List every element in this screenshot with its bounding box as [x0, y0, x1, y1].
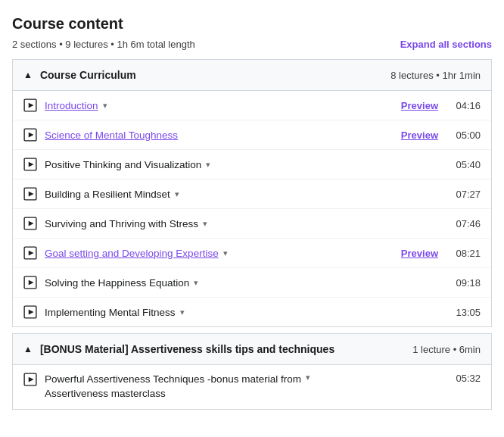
svg-marker-17 — [29, 377, 34, 382]
chevron-icon: ▲ — [23, 70, 33, 80]
svg-marker-13 — [29, 280, 34, 286]
video-icon — [23, 128, 37, 142]
summary-bar: 2 sections • 9 lectures • 1h 6m total le… — [12, 39, 492, 50]
lecture-title[interactable]: Goal setting and Developing Expertise — [45, 248, 219, 259]
lecture-duration: 07:27 — [453, 189, 481, 200]
lecture-title: Positive Thinking and Visualization — [45, 159, 201, 170]
lecture-duration: 05:40 — [453, 159, 481, 170]
lecture-title[interactable]: Introduction — [45, 100, 98, 111]
section-curriculum: ▲ Course Curriculum 8 lectures • 1hr 1mi… — [12, 59, 492, 327]
dropdown-arrow-icon[interactable]: ▾ — [206, 160, 210, 170]
lecture-title: Powerful Assertiveness Techniques -bonus… — [45, 373, 301, 401]
lecture-row: Surviving and Thriving with Stress ▾ 07:… — [13, 209, 491, 239]
svg-marker-3 — [29, 133, 34, 138]
lecture-duration: 09:18 — [453, 277, 481, 289]
lecture-right: 05:32 — [453, 373, 481, 384]
lecture-title[interactable]: Science of Mental Toughness — [45, 130, 178, 141]
video-icon — [23, 246, 37, 260]
svg-marker-11 — [29, 251, 34, 256]
lecture-duration: 13:05 — [453, 307, 481, 318]
section-title: Course Curriculum — [40, 69, 136, 81]
section-title: [BONUS Material] Assertiveness skills ti… — [40, 343, 334, 355]
svg-marker-7 — [29, 192, 34, 197]
section-header-bonus[interactable]: ▲ [BONUS Material] Assertiveness skills … — [13, 334, 491, 365]
lecture-title-area: Solving the Happiness Equation ▾ — [45, 277, 446, 289]
lecture-row: Solving the Happiness Equation ▾ 09:18 — [13, 268, 491, 298]
lecture-list-bonus: Powerful Assertiveness Techniques -bonus… — [13, 365, 491, 409]
lecture-list-curriculum: Introduction ▾ Preview 04:16 Science of … — [13, 91, 491, 326]
sections-container: ▲ Course Curriculum 8 lectures • 1hr 1mi… — [12, 59, 492, 410]
lecture-title-area: Science of Mental Toughness — [45, 130, 394, 141]
lecture-duration: 08:21 — [453, 248, 481, 259]
dropdown-arrow-icon[interactable]: ▾ — [194, 278, 198, 288]
lecture-row: Introduction ▾ Preview 04:16 — [13, 91, 491, 120]
lecture-title-area: Introduction ▾ — [45, 100, 394, 111]
section-header-left: ▲ [BONUS Material] Assertiveness skills … — [23, 343, 334, 355]
lecture-title-area: Surviving and Thriving with Stress ▾ — [45, 218, 446, 229]
section-header-left: ▲ Course Curriculum — [23, 69, 136, 81]
dropdown-arrow-icon[interactable]: ▾ — [175, 189, 179, 199]
video-icon — [23, 276, 37, 289]
video-icon — [23, 305, 37, 319]
section-header-curriculum[interactable]: ▲ Course Curriculum 8 lectures • 1hr 1mi… — [13, 60, 491, 91]
lecture-row: Goal setting and Developing Expertise ▾ … — [13, 239, 491, 268]
video-icon — [23, 98, 37, 112]
lecture-title-area: Positive Thinking and Visualization ▾ — [45, 159, 446, 170]
lecture-title: Implementing Mental Fitness — [45, 307, 176, 318]
lecture-duration: 07:46 — [453, 218, 481, 229]
lecture-title-area: Implementing Mental Fitness ▾ — [45, 307, 446, 318]
lecture-title: Solving the Happiness Equation — [45, 277, 189, 289]
lecture-title: Surviving and Thriving with Stress — [45, 218, 198, 229]
section-meta: 1 lecture • 6min — [412, 344, 481, 355]
lecture-duration: 05:32 — [453, 373, 481, 384]
svg-marker-1 — [29, 103, 34, 108]
section-bonus: ▲ [BONUS Material] Assertiveness skills … — [12, 333, 492, 410]
lecture-title-area: Building a Resilient Mindset ▾ — [45, 189, 446, 200]
lecture-row: Positive Thinking and Visualization ▾ 05… — [13, 150, 491, 179]
section-meta: 8 lectures • 1hr 1min — [390, 70, 481, 81]
video-icon — [23, 217, 37, 230]
expand-all-button[interactable]: Expand all sections — [400, 39, 492, 50]
dropdown-arrow-icon[interactable]: ▾ — [180, 307, 185, 317]
svg-marker-5 — [29, 162, 34, 167]
svg-marker-15 — [29, 310, 34, 315]
preview-link[interactable]: Preview — [401, 248, 438, 259]
chevron-icon: ▲ — [23, 344, 33, 354]
svg-marker-9 — [29, 221, 34, 226]
dropdown-arrow-icon[interactable]: ▾ — [306, 373, 310, 382]
lecture-row: Implementing Mental Fitness ▾ 13:05 — [13, 298, 491, 326]
dropdown-arrow-icon[interactable]: ▾ — [103, 101, 107, 111]
dropdown-arrow-icon[interactable]: ▾ — [223, 248, 228, 258]
preview-link[interactable]: Preview — [401, 130, 438, 141]
page-title: Course content — [12, 15, 492, 33]
video-icon — [23, 373, 37, 386]
lecture-row: Science of Mental Toughness Preview 05:0… — [13, 120, 491, 150]
dropdown-arrow-icon[interactable]: ▾ — [203, 219, 207, 229]
preview-link[interactable]: Preview — [401, 100, 438, 111]
lecture-duration: 04:16 — [453, 100, 481, 111]
course-content-container: Course content 2 sections • 9 lectures •… — [0, 0, 504, 428]
video-icon — [23, 158, 37, 171]
lecture-row: Building a Resilient Mindset ▾ 07:27 — [13, 179, 491, 209]
lecture-content: Powerful Assertiveness Techniques -bonus… — [45, 373, 446, 401]
lecture-title: Building a Resilient Mindset — [45, 189, 170, 200]
lecture-title-area: Goal setting and Developing Expertise ▾ — [45, 248, 394, 259]
lecture-row: Powerful Assertiveness Techniques -bonus… — [13, 365, 491, 409]
course-summary: 2 sections • 9 lectures • 1h 6m total le… — [12, 39, 195, 50]
video-icon — [23, 187, 37, 201]
lecture-duration: 05:00 — [453, 130, 481, 141]
